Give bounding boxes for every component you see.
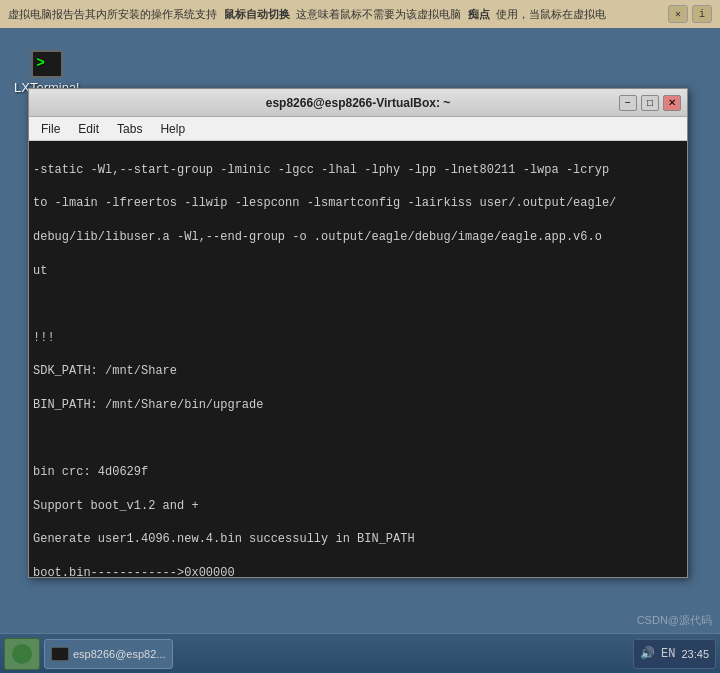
menu-help[interactable]: Help	[152, 120, 193, 138]
taskbar-app-label: esp8266@esp82...	[73, 648, 166, 660]
terminal-line: -static -Wl,--start-group -lminic -lgcc …	[33, 162, 683, 179]
terminal-line: to -lmain -lfreertos -llwip -lespconn -l…	[33, 195, 683, 212]
notification-bar: 虚拟电脑报告告其内所安装的操作系统支持 鼠标自动切换 这意味着鼠标不需要为该虚拟…	[0, 0, 720, 28]
system-tray: 🔊 EN 23:45	[633, 639, 716, 669]
maximize-button[interactable]: □	[641, 95, 659, 111]
terminal-window: esp8266@esp8266-VirtualBox: ~ − □ ✕ File…	[28, 88, 688, 578]
keyboard-layout-icon[interactable]: EN	[661, 647, 675, 661]
close-button[interactable]: ✕	[663, 95, 681, 111]
terminal-menubar: File Edit Tabs Help	[29, 117, 687, 141]
minimize-button[interactable]: −	[619, 95, 637, 111]
clock: 23:45	[681, 648, 709, 660]
terminal-line: debug/lib/libuser.a -Wl,--end-group -o .…	[33, 229, 683, 246]
terminal-line: Support boot_v1.2 and +	[33, 498, 683, 515]
terminal-line: BIN_PATH: /mnt/Share/bin/upgrade	[33, 397, 683, 414]
menu-tabs[interactable]: Tabs	[109, 120, 150, 138]
menu-edit[interactable]: Edit	[70, 120, 107, 138]
terminal-line: bin crc: 4d0629f	[33, 464, 683, 481]
terminal-line	[33, 296, 683, 313]
terminal-titlebar: esp8266@esp8266-VirtualBox: ~ − □ ✕	[29, 89, 687, 117]
watermark: CSDN@源代码	[637, 613, 712, 628]
taskbar: esp8266@esp82... 🔊 EN 23:45	[0, 633, 720, 673]
terminal-icon	[31, 50, 63, 78]
taskbar-app-button[interactable]: esp8266@esp82...	[44, 639, 173, 669]
volume-icon[interactable]: 🔊	[640, 646, 655, 661]
terminal-line: boot.bin------------>0x00000	[33, 565, 683, 577]
window-controls: − □ ✕	[619, 95, 681, 111]
terminal-line	[33, 431, 683, 448]
terminal-title: esp8266@esp8266-VirtualBox: ~	[266, 96, 451, 110]
terminal-line: Generate user1.4096.new.4.bin successull…	[33, 531, 683, 548]
taskbar-terminal-icon	[51, 647, 69, 661]
terminal-body[interactable]: -static -Wl,--start-group -lminic -lgcc …	[29, 141, 687, 577]
start-button[interactable]	[4, 638, 40, 670]
notification-text: 虚拟电脑报告告其内所安装的操作系统支持 鼠标自动切换 这意味着鼠标不需要为该虚拟…	[8, 7, 664, 22]
topbar-info-btn[interactable]: i	[692, 5, 712, 23]
menu-file[interactable]: File	[33, 120, 68, 138]
terminal-line: !!!	[33, 330, 683, 347]
start-icon	[12, 644, 32, 664]
topbar-icons: ✕ i	[668, 5, 712, 23]
topbar-close-btn[interactable]: ✕	[668, 5, 688, 23]
terminal-line: ut	[33, 263, 683, 280]
terminal-line: SDK_PATH: /mnt/Share	[33, 363, 683, 380]
